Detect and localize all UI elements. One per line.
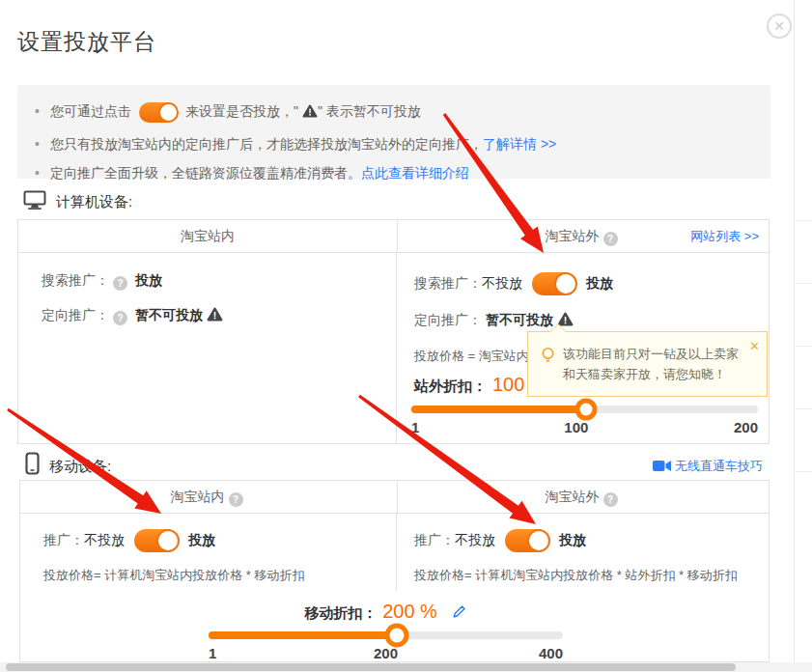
computer-onsite-header: 淘宝站内 <box>18 220 398 252</box>
notice-line-toggle: 您可通过点击来设置是否投放，"" 表示暂不可投放 <box>35 99 751 123</box>
mobile-offsite-header: 淘宝站外? <box>398 481 769 513</box>
dialog-right-edge <box>794 0 795 672</box>
mobile-offsite-toggle[interactable] <box>505 529 549 552</box>
mobile-discount-slider[interactable] <box>209 631 563 639</box>
slider-min-label: 1 <box>209 645 216 661</box>
slider-max-label: 400 <box>539 645 563 661</box>
slider-min-label: 1 <box>411 419 419 435</box>
promo-label: 推广： <box>414 532 455 547</box>
help-icon[interactable]: ? <box>113 276 127 291</box>
mobile-discount-row: 移动折扣：200 % 1 200 400 <box>20 590 769 662</box>
edit-pencil-icon[interactable] <box>451 603 467 620</box>
site-list-link[interactable]: 网站列表 >> <box>690 220 759 252</box>
phone-icon <box>25 452 40 475</box>
computer-table-header: 淘宝站内 淘宝站外? 网站列表 >> <box>18 220 769 253</box>
help-icon[interactable]: ? <box>603 232 618 246</box>
onsite-search-row: 搜索推广：? 投放 <box>42 272 396 291</box>
toggle-on-label: 投放 <box>559 532 586 547</box>
notice-text: 定向推广全面升级，全链路资源位覆盖精准消费者。 <box>50 165 361 181</box>
warning-icon <box>302 104 318 118</box>
detail-intro-link[interactable]: 点此查看详细介绍 <box>361 165 469 181</box>
computer-onsite-cell: 搜索推广：? 投放 定向推广：? 暂不可投放 <box>18 253 397 444</box>
toggle-on-label: 投放 <box>586 275 613 291</box>
notice-line-upgrade: 定向推广全面升级，全链路资源位覆盖精准消费者。点此查看详细介绍 <box>35 161 751 184</box>
notice-text: 来设置是否投放，" <box>185 103 298 119</box>
offsite-search-toggle[interactable] <box>532 272 576 295</box>
target-promo-label: 定向推广： <box>42 307 109 322</box>
mobile-discount-label: 移动折扣： <box>304 604 377 621</box>
offsite-discount-slider[interactable] <box>411 406 758 413</box>
tooltip-close-icon[interactable]: ✕ <box>749 336 760 356</box>
search-promo-label: 搜索推广： <box>414 275 482 291</box>
tooltip-text: 该功能目前只对一钻及以上卖家和天猫卖家开放，请您知晓！ <box>563 347 739 381</box>
mobile-discount-value: 200 % <box>382 601 437 622</box>
mobile-offsite-formula: 投放价格= 计算机淘宝站内投放价格 * 站外折扣 * 移动折扣 <box>414 567 769 584</box>
target-promo-status: 暂不可投放 <box>486 312 553 327</box>
mobile-discount-line: 移动折扣：200 % <box>209 601 563 623</box>
help-icon[interactable]: ? <box>229 492 243 507</box>
mobile-onsite-header: 淘宝站内? <box>20 481 398 513</box>
mobile-onsite-toggle[interactable] <box>134 529 179 552</box>
mobile-onsite-promo-row: 推广：不投放投放 <box>43 529 396 552</box>
computer-section-label: 计算机设备: <box>56 193 132 210</box>
learn-more-link[interactable]: 了解详情 >> <box>483 136 556 152</box>
warning-icon <box>207 307 223 322</box>
background-line <box>796 408 812 409</box>
set-delivery-platform-dialog: 设置投放平台 ✕ 您可通过点击来设置是否投放，"" 表示暂不可投放 您只有投放淘… <box>0 0 812 672</box>
notice-line-targeting: 您只有投放淘宝站内的定向推广后，才能选择投放淘宝站外的定向推广，了解详情 >> <box>35 132 751 155</box>
mobile-section-heading: 移动设备: <box>25 452 111 476</box>
offsite-search-row: 搜索推广：不投放投放 <box>414 272 769 295</box>
mobile-offsite-promo-row: 推广：不投放投放 <box>414 529 769 552</box>
horizontal-scrollbar-track[interactable] <box>0 662 812 672</box>
search-promo-label: 搜索推广： <box>42 272 109 288</box>
slider-fill <box>209 631 397 639</box>
slider-mid-label: 100 <box>564 419 588 435</box>
slider-handle[interactable] <box>384 624 408 648</box>
toggle-off-label: 不投放 <box>84 532 125 547</box>
slider-handle[interactable] <box>574 399 597 421</box>
seller-tip-tooltip: ✕ 该功能目前只对一钻及以上卖家和天猫卖家开放，请您知晓！ <box>527 331 768 397</box>
mobile-slider-labels: 1 200 400 <box>209 645 563 664</box>
toggle-off-label: 不投放 <box>482 275 522 291</box>
page-title: 设置投放平台 <box>17 27 156 57</box>
video-camera-icon <box>653 460 671 472</box>
mobile-table-header: 淘宝站内? 淘宝站外? <box>20 481 769 514</box>
slider-max-label: 200 <box>734 419 758 435</box>
notice-text: " 表示暂不可投放 <box>318 103 421 119</box>
dialog-close-icon[interactable]: ✕ <box>767 14 792 39</box>
background-line <box>796 471 812 472</box>
example-toggle-icon <box>139 102 178 123</box>
offsite-discount-label: 站外折扣： <box>414 378 487 394</box>
computer-section-heading: 计算机设备: <box>23 190 132 211</box>
slider-fill <box>411 406 586 413</box>
search-promo-status: 投放 <box>135 272 162 288</box>
help-icon[interactable]: ? <box>113 311 127 325</box>
background-line <box>796 346 812 347</box>
wireless-tips-label: 无线直通车技巧 <box>675 459 763 473</box>
promo-label: 推广： <box>43 532 84 547</box>
mobile-offsite-cell: 推广：不投放投放 投放价格= 计算机淘宝站内投放价格 * 站外折扣 * 移动折扣 <box>397 514 769 590</box>
mobile-onsite-cell: 推广：不投放投放 投放价格= 计算机淘宝站内投放价格 * 移动折扣 <box>20 514 397 590</box>
target-promo-label: 定向推广： <box>414 312 482 327</box>
mobile-section-label: 移动设备: <box>49 458 111 474</box>
background-line <box>796 220 812 221</box>
background-line <box>796 283 812 284</box>
notice-box: 您可通过点击来设置是否投放，"" 表示暂不可投放 您只有投放淘宝站内的定向推广后… <box>17 85 770 179</box>
help-icon[interactable]: ? <box>603 492 618 507</box>
onsite-target-row: 定向推广：? 暂不可投放 <box>42 307 396 325</box>
lightbulb-icon <box>541 347 555 365</box>
offsite-slider-labels: 1 100 200 <box>411 419 758 438</box>
toggle-on-label: 投放 <box>188 532 215 547</box>
toggle-off-label: 不投放 <box>455 532 495 547</box>
computer-offsite-header: 淘宝站外? 网站列表 >> <box>398 220 769 252</box>
computer-icon <box>23 190 46 210</box>
wireless-tips-link[interactable]: 无线直通车技巧 <box>653 458 763 475</box>
slider-mid-label: 200 <box>374 645 398 661</box>
mobile-onsite-formula: 投放价格= 计算机淘宝站内投放价格 * 移动折扣 <box>43 567 396 584</box>
notice-text: 您只有投放淘宝站内的定向推广后，才能选择投放淘宝站外的定向推广， <box>50 136 483 152</box>
target-promo-status: 暂不可投放 <box>135 307 203 322</box>
mobile-platform-table: 淘宝站内? 淘宝站外? 推广：不投放投放 投放价格= 计算机淘宝站内投放价格 *… <box>19 480 770 662</box>
notice-text: 您可通过点击 <box>50 103 131 119</box>
offsite-target-row: 定向推广： 暂不可投放 <box>414 312 769 329</box>
horizontal-scrollbar-thumb[interactable] <box>6 663 736 671</box>
